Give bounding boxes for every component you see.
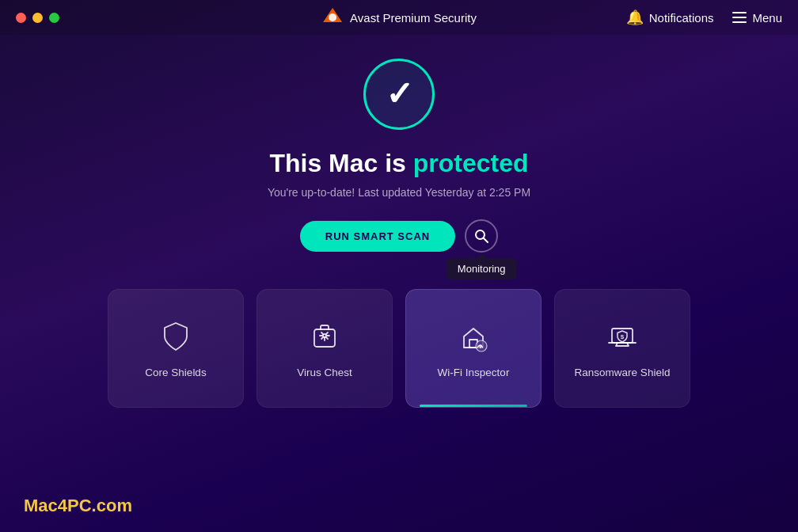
svg-point-15 (480, 347, 481, 348)
titlebar: Avast Premium Security 🔔 Notifications M… (0, 0, 798, 35)
svg-line-9 (321, 332, 323, 334)
card-wifi-inspector[interactable]: Wi-Fi Inspector (405, 289, 542, 408)
menu-button[interactable]: Menu (732, 11, 782, 25)
titlebar-right: 🔔 Notifications Menu (626, 9, 782, 26)
virus-chest-icon (307, 319, 342, 354)
svg-point-1 (329, 13, 336, 21)
main-content: ✓ This Mac is protected You're up-to-dat… (0, 35, 798, 408)
svg-line-11 (321, 337, 323, 339)
menu-label: Menu (752, 11, 782, 25)
card-core-shields-label: Core Shields (145, 367, 206, 378)
status-highlight: protected (413, 149, 529, 177)
status-subtitle: You're up-to-date! Last updated Yesterda… (268, 186, 530, 199)
app-title: Avast Premium Security (350, 11, 477, 25)
titlebar-center: Avast Premium Security (321, 6, 477, 28)
maximize-button[interactable] (49, 13, 59, 23)
checkmark-icon: ✓ (386, 78, 413, 111)
traffic-lights (16, 13, 59, 23)
bell-icon: 🔔 (626, 9, 644, 26)
card-core-shields[interactable]: Core Shields (108, 289, 244, 408)
ransomware-shield-icon: $ (605, 319, 640, 354)
search-icon (474, 229, 488, 243)
card-virus-chest-label: Virus Chest (297, 367, 352, 378)
notifications-button[interactable]: 🔔 Notifications (626, 9, 714, 26)
svg-line-12 (326, 337, 328, 339)
svg-text:$: $ (621, 332, 625, 340)
watermark: Mac4PC.com (24, 496, 132, 516)
wifi-inspector-icon (456, 319, 491, 354)
card-wifi-inspector-label: Wi-Fi Inspector (438, 367, 510, 378)
status-heading: This Mac is protected (269, 149, 528, 178)
shield-icon (158, 319, 193, 354)
hamburger-icon (732, 12, 747, 23)
cards-row: Core Shields Virus Chest (60, 289, 738, 408)
status-prefix: This Mac is (269, 149, 412, 177)
minimize-button[interactable] (32, 13, 43, 23)
card-ransomware-shield-label: Ransomware Shield (575, 367, 671, 378)
avast-logo-icon (321, 6, 344, 28)
close-button[interactable] (16, 13, 26, 23)
status-shield-circle: ✓ (363, 59, 435, 130)
notifications-label: Notifications (649, 11, 714, 25)
run-smart-scan-button[interactable]: RUN SMART SCAN (300, 221, 455, 252)
search-button[interactable]: Monitoring (465, 219, 498, 253)
svg-line-10 (326, 332, 328, 334)
card-virus-chest[interactable]: Virus Chest (256, 289, 393, 408)
svg-line-3 (484, 238, 488, 242)
card-ransomware-shield[interactable]: $ Ransomware Shield (554, 289, 690, 408)
action-buttons-row: RUN SMART SCAN Monitoring (300, 219, 498, 253)
monitoring-tooltip: Monitoring (446, 258, 517, 279)
